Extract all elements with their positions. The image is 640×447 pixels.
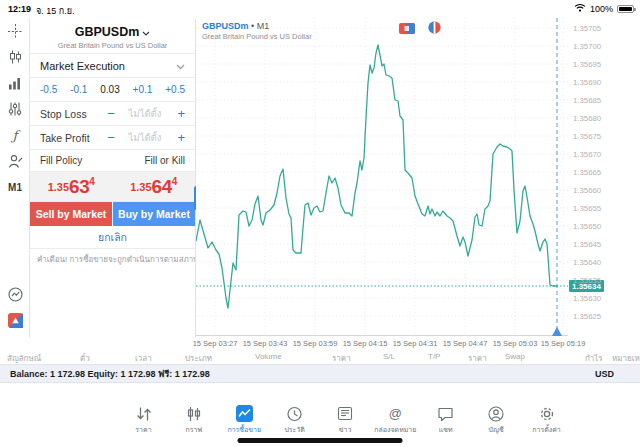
symbol-description: Great Britain Pound vs US Dollar [30,41,195,50]
trade-icon [236,405,253,422]
time-axis[interactable]: 15 Sep 03:2715 Sep 03:4315 Sep 03:5915 S… [196,337,640,350]
stop-loss-row: Stop Loss − ไม่ได้ตั้ง + [30,102,195,126]
quotes-icon [135,405,153,422]
sell-by-market-button[interactable]: Sell by Market [30,202,112,226]
timeframe-button[interactable]: M1 [0,174,30,200]
table-column-header: S/L [383,352,395,361]
home-indicator[interactable] [238,438,403,443]
accounts-icon [488,405,504,422]
price-axis-label: 1.35690 [573,78,601,87]
fill-policy-value: Fill or Kill [144,155,185,166]
wifi-icon [574,3,586,14]
volume-step-button[interactable]: +0.1 [133,84,153,95]
price-chart[interactable]: GBPUSDm • M1 Great Britain Pound vs US D… [196,18,568,336]
tab-label: กล่องจดหมาย [374,424,416,435]
chart-subtitle: Great Britain Pound vs US Dollar [202,32,312,41]
table-column-header: ราคา [332,352,351,364]
tab-news[interactable]: ข่าว [322,402,369,436]
analyst-icon[interactable] [0,148,30,174]
time-axis-label: 15 Sep 05:03 [493,339,538,348]
symbol-header[interactable]: GBPUSDm Great Britain Pound vs US Dollar [30,18,195,54]
stop-loss-label: Stop Loss [40,108,103,120]
charts-icon [186,405,202,422]
account-summary-bar: Balance: 1 172.98 Equity: 1 172.98 ฟรี: … [0,364,640,383]
table-column-header: T/P [428,352,440,361]
stop-loss-increase-button[interactable]: + [171,106,185,121]
tab-label: ราคา [135,424,151,435]
tab-label: การตั้งค่า [532,424,561,435]
fill-policy-row[interactable]: Fill Policy Fill or Kill [30,150,195,172]
tab-mailbox[interactable]: @กล่องจดหมาย [372,402,419,436]
table-column-header: ราคา [468,352,487,364]
volume-value: 0.03 [100,84,119,95]
price-line-series [196,45,557,308]
time-axis-label: 15 Sep 03:27 [193,339,238,348]
cancel-button[interactable]: ยกเลิก [30,226,195,248]
stop-loss-value[interactable]: ไม่ได้ตั้ง [119,106,171,121]
tab-quotes[interactable]: ราคา [120,402,167,436]
time-axis-label: 15 Sep 04:15 [343,339,388,348]
price-axis-label: 1.35655 [573,204,601,213]
tab-label: การซื้อขาย [227,424,261,435]
table-column-header: Swap [505,352,525,361]
table-column-header: สัญลักษณ์ [7,352,41,364]
function-icon[interactable]: ƒ [0,122,30,148]
price-axis-label: 1.35630 [573,294,601,303]
us-flag-icon [428,20,441,38]
order-type-value: Market Execution [40,60,125,72]
time-axis-label: 15 Sep 04:31 [393,339,438,348]
table-column-header: ประเภท [185,352,212,364]
tab-history[interactable]: ประวัติ [271,402,318,436]
take-profit-increase-button[interactable]: + [171,130,185,145]
symbol-name: GBPUSDm [75,25,140,39]
tab-charts[interactable]: กราฟ [170,402,217,436]
candlestick-chart-icon[interactable] [0,44,30,70]
rail-bottom-icons [0,281,30,333]
tab-accounts[interactable]: บัญชี [473,402,520,436]
tab-trade[interactable]: การซื้อขาย [221,402,268,436]
tab-label: ประวัติ [284,424,304,435]
take-profit-decrease-button[interactable]: − [103,130,119,145]
volume-step-button[interactable]: -0.1 [70,84,87,95]
time-axis-label: 15 Sep 03:43 [243,339,288,348]
chart-corner-icons [399,20,441,38]
positions-table-header: สัญลักษณ์ตั๋วเวลาประเภทVolumeราคาS/LT/Pร… [0,350,640,364]
settings-icon [539,405,555,422]
mailbox-icon: @ [389,405,402,422]
buy-by-market-button[interactable]: Buy by Market [113,202,195,226]
status-date: จ. 15 ก.ย. [36,4,75,18]
volume-step-button[interactable]: +0.5 [165,84,185,95]
crosshair-icon[interactable] [0,18,30,44]
bottom-tab-bar: ราคากราฟการซื้อขายประวัติข่าว@กล่องจดหมา… [120,402,570,436]
uk-flag-icon [399,20,415,38]
tab-label: ข่าว [339,424,352,435]
histogram-icon[interactable] [0,70,30,96]
buy-price: 1.35644 [113,172,196,201]
take-profit-label: Take Profit [40,132,103,144]
price-axis[interactable]: 1.35634 1.357051.357001.356951.356901.35… [568,18,640,336]
tab-chat[interactable]: แชท [422,402,469,436]
price-axis-label: 1.35665 [573,168,601,177]
price-axis-label: 1.35705 [573,24,601,33]
tune-sliders-icon[interactable] [0,96,30,122]
take-profit-value[interactable]: ไม่ได้ตั้ง [119,130,171,145]
mql5-icon[interactable] [0,307,30,333]
chat-wave-icon[interactable] [0,281,30,307]
order-type-select[interactable]: Market Execution [30,54,195,78]
news-icon [337,405,353,422]
sell-price: 1.35634 [30,172,113,201]
bid-ask-prices: 1.35634 1.35644 [30,172,195,202]
chevron-down-icon [176,60,185,72]
price-axis-label: 1.35670 [573,150,601,159]
tab-label: บัญชี [489,424,504,435]
table-column-header: กำไร [585,352,603,364]
account-currency: USD [595,369,614,379]
volume-step-button[interactable]: -0.5 [40,84,57,95]
tab-settings[interactable]: การตั้งค่า [523,402,570,436]
chart-canvas [196,18,568,336]
status-indicators: 100% [574,3,634,14]
stop-loss-decrease-button[interactable]: − [103,106,119,121]
trade-warning-text: คำเตือน! การซื้อขายจะถูกดำเนินการตามสภาพ… [30,248,195,266]
time-axis-label: 15 Sep 05:19 [541,339,586,348]
history-icon [286,405,303,422]
